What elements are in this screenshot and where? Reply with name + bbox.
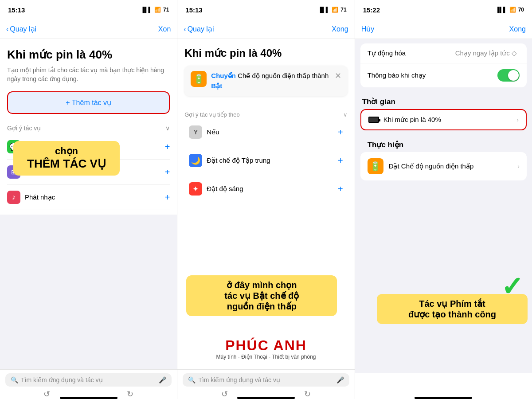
bottom-bar-2: 🔍 Tìm kiếm ứng dụng và tác vụ 🎤 ↺ ↻ bbox=[177, 369, 354, 395]
s2-item-1[interactable]: Y Nếu + bbox=[183, 120, 349, 145]
battery-icon-2: 71 bbox=[340, 7, 346, 13]
nav-action-2[interactable]: Xong bbox=[332, 25, 348, 33]
s2-label-2: Đặt chế độ Tập trung bbox=[207, 156, 333, 164]
section-label: Gợi ý tác vụ bbox=[7, 125, 41, 132]
status-bar-2: 15:13 ▐▌▌ 📶 71 bbox=[177, 0, 354, 20]
search-placeholder-1: Tìm kiếm ứng dụng và tác vụ bbox=[21, 376, 103, 383]
chosen-action-card: 🔋 Chuyển Chế độ nguồn điện thấp thành Bậ… bbox=[184, 66, 347, 96]
action-text: Chuyển Chế độ nguồn điện thấp thành Bật bbox=[211, 71, 330, 91]
nav-action-3[interactable]: Xong bbox=[509, 25, 526, 33]
suggestion-plus-1[interactable]: + bbox=[165, 142, 170, 152]
signal-icon-2: ▐▌▌ bbox=[318, 7, 330, 13]
wifi-icon: 📶 bbox=[154, 7, 161, 13]
s3-auto-row[interactable]: Tự động hóa Chạy ngay lập tức ◇ bbox=[360, 43, 527, 63]
s2-items: Y Nếu + 🌙 Đặt chế độ Tập trung + ✦ Đặt đ… bbox=[177, 120, 354, 201]
home-indicator-1 bbox=[60, 397, 117, 399]
s2-icon-2: 🌙 bbox=[189, 154, 202, 167]
s3-action-card[interactable]: 🔋 Đặt Chế độ nguồn điện thấp › bbox=[360, 152, 527, 180]
redo-icon-2[interactable]: ↻ bbox=[304, 389, 311, 399]
annotation-bubble-3: Tác vụ Phím tắtđược tạo thành công bbox=[377, 294, 528, 324]
signal-icon: ▐▌▌ bbox=[141, 7, 152, 13]
phone-screen-3: 15:22 ▐▌▌ 📶 70 Hủy Xong Tự động hóa Chạy… bbox=[355, 0, 532, 399]
status-icons-2: ▐▌▌ 📶 71 bbox=[318, 7, 347, 13]
s2-plus-3[interactable]: + bbox=[338, 184, 343, 194]
status-bar-3: 15:22 ▐▌▌ 📶 70 bbox=[355, 0, 532, 20]
s2-icon-1: Y bbox=[189, 125, 202, 139]
next-suggestion-header: Gợi ý tác vụ tiếp theo ∨ bbox=[177, 107, 354, 120]
s3-time-title: Thời gian bbox=[355, 94, 532, 109]
redo-icon[interactable]: ↻ bbox=[127, 389, 133, 399]
bottom-bar-1: 🔍 Tìm kiếm ứng dụng và tác vụ 🎤 ↺ ↻ bbox=[0, 369, 177, 395]
content-2: Khi mức pin là 40% 🔋 Chuyển Chế độ nguồn… bbox=[177, 39, 354, 369]
status-icons-1: ▐▌▌ 📶 71 bbox=[141, 7, 169, 13]
wifi-icon-3: 📶 bbox=[509, 7, 516, 13]
s3-trigger-row[interactable]: Khi mức pin là 40% › bbox=[360, 109, 527, 130]
search-bar-1[interactable]: 🔍 Tìm kiếm ứng dụng và tác vụ 🎤 bbox=[5, 373, 172, 387]
nav-bar-1: ‹ Quay lại Xon bbox=[0, 20, 177, 39]
add-task-button[interactable]: + Thêm tác vụ bbox=[7, 91, 170, 114]
mic-icon-1: 🎤 bbox=[159, 376, 166, 383]
action-prefix: Chuyển bbox=[211, 72, 236, 79]
action-icon-orange: 🔋 bbox=[368, 158, 383, 174]
back-button-2[interactable]: ‹ Quay lại bbox=[184, 25, 214, 33]
s3-auto-value: Chạy ngay lập tức ◇ bbox=[455, 49, 517, 57]
screen1-main: Khi mức pin là 40% Tạo một phím tắt cho … bbox=[0, 39, 177, 215]
suggestion-plus-3[interactable]: + bbox=[165, 192, 170, 203]
mic-icon-2: 🎤 bbox=[336, 376, 344, 383]
suggestion-plus-2[interactable]: + bbox=[165, 167, 170, 177]
action-highlight: Bật bbox=[211, 82, 222, 90]
content-3: Tự động hóa Chạy ngay lập tức ◇ Thông bá… bbox=[355, 39, 532, 373]
action-label: Đặt Chế độ nguồn điện thấp bbox=[389, 162, 512, 170]
search-bar-2[interactable]: 🔍 Tìm kiếm ứng dụng và tác vụ 🎤 bbox=[183, 373, 349, 387]
screen2-header: Khi mức pin là 40% 🔋 Chuyển Chế độ nguồn… bbox=[177, 39, 354, 107]
nav-action-1[interactable]: Xon bbox=[158, 25, 171, 33]
undo-icon[interactable]: ↺ bbox=[43, 389, 50, 399]
search-icon-2: 🔍 bbox=[188, 376, 196, 383]
undo-icon-2[interactable]: ↺ bbox=[221, 389, 228, 399]
s2-icon-3: ✦ bbox=[189, 182, 202, 196]
s3-notify-label: Thông báo khi chạy bbox=[368, 71, 497, 79]
s2-label-3: Đặt độ sáng bbox=[207, 185, 333, 193]
annotation-text-1: chọnTHÊM TÁC VỤ bbox=[27, 145, 106, 170]
main-title-2: Khi mức pin là 40% bbox=[184, 47, 347, 59]
trigger-battery-icon bbox=[368, 117, 379, 123]
s3-action-section: Thực hiện 🔋 Đặt Chế độ nguồn điện thấp › bbox=[360, 137, 527, 180]
suggestion-icon-3: ♪ bbox=[7, 191, 20, 204]
s2-plus-2[interactable]: + bbox=[338, 156, 343, 166]
phone-screen-2: 15:13 ▐▌▌ 📶 71 ‹ Quay lại Xong Khi mức p… bbox=[177, 0, 355, 399]
cancel-button[interactable]: Hủy bbox=[361, 25, 375, 33]
time-1: 15:13 bbox=[8, 6, 25, 14]
status-bar-1: 15:13 ▐▌▌ 📶 71 bbox=[0, 0, 177, 20]
s3-notify-row[interactable]: Thông báo khi chạy bbox=[360, 63, 527, 87]
section-chevron: ∨ bbox=[165, 125, 170, 132]
back-button-1[interactable]: ‹ Quay lại bbox=[6, 25, 36, 33]
s3-automation-section: Tự động hóa Chạy ngay lập tức ◇ Thông bá… bbox=[360, 43, 527, 87]
phone-screen-1: 15:13 ▐▌▌ 📶 71 ‹ Quay lại Xon Khi mức pi… bbox=[0, 0, 177, 399]
s3-toggle[interactable] bbox=[497, 69, 520, 82]
main-title-1: Khi mức pin là 40% bbox=[7, 48, 170, 62]
battery-icon-3: 70 bbox=[518, 7, 524, 13]
time-3: 15:22 bbox=[363, 6, 380, 14]
s3-time-section-wrapper: Thời gian Khi mức pin là 40% › bbox=[355, 94, 532, 130]
annotation-bubble-1: chọnTHÊM TÁC VỤ bbox=[13, 141, 120, 176]
close-btn[interactable]: ✕ bbox=[335, 71, 341, 81]
suggestion-item-3[interactable]: ♪ Phát nhạc + bbox=[7, 185, 170, 210]
s2-plus-1[interactable]: + bbox=[338, 127, 343, 137]
bottom-bar-3 bbox=[355, 373, 532, 395]
subtitle-1: Tạo một phím tắt cho các tác vụ mà bạn t… bbox=[7, 66, 170, 83]
search-placeholder-2: Tìm kiếm ứng dụng và tác vụ bbox=[198, 376, 280, 383]
s2-item-2[interactable]: 🌙 Đặt chế độ Tập trung + bbox=[183, 148, 349, 173]
trigger-chevron: › bbox=[516, 116, 519, 123]
s3-auto-label: Tự động hóa bbox=[368, 49, 455, 57]
section-title-1: Gợi ý tác vụ ∨ bbox=[7, 120, 170, 134]
trigger-label: Khi mức pin là 40% bbox=[383, 116, 517, 124]
nav-bar-2: ‹ Quay lại Xong bbox=[177, 20, 354, 39]
home-indicator-3 bbox=[415, 397, 472, 399]
content-1: Khi mức pin là 40% Tạo một phím tắt cho … bbox=[0, 39, 177, 369]
nav-bar-3: Hủy Xong bbox=[355, 20, 532, 39]
s2-item-3[interactable]: ✦ Đặt độ sáng + bbox=[183, 176, 349, 201]
s3-action-title: Thực hiện bbox=[360, 137, 527, 152]
action-middle: Chế độ nguồn điện thấp thành bbox=[238, 72, 329, 79]
s2-label-1: Nếu bbox=[207, 128, 333, 136]
annotation-bubble-2: ở đây mình chọntác vụ Bật chế độnguồn đi… bbox=[186, 275, 337, 316]
